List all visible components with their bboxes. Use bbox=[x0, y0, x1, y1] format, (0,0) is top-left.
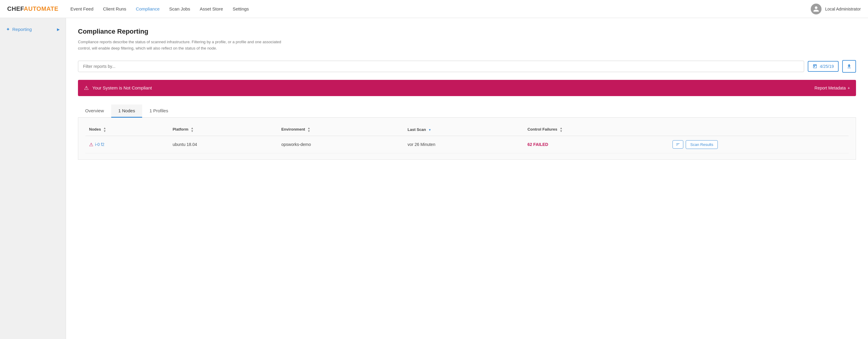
col-environment[interactable]: Environment ▲▼ bbox=[278, 124, 404, 136]
nav-event-feed[interactable]: Event Feed bbox=[70, 6, 94, 11]
node-name: i-0 f2 bbox=[95, 142, 104, 147]
nav-scan-jobs[interactable]: Scan Jobs bbox=[169, 6, 190, 11]
sort-platform-icon: ▲▼ bbox=[191, 127, 194, 133]
col-nodes[interactable]: Nodes ▲▼ bbox=[86, 124, 169, 136]
last-scan-value: vor 26 Minuten bbox=[407, 142, 435, 147]
calendar-icon bbox=[812, 64, 817, 69]
sort-environment-icon: ▲▼ bbox=[307, 127, 310, 133]
platform-value: ubuntu 18.04 bbox=[173, 142, 197, 147]
sort-last-scan-icon: ▼ bbox=[428, 129, 431, 132]
col-control-failures[interactable]: Control Failures ▲▼ bbox=[524, 124, 669, 136]
avatar bbox=[811, 4, 822, 15]
tab-profiles[interactable]: 1 Profiles bbox=[142, 105, 176, 118]
col-last-scan[interactable]: Last Scan ▼ bbox=[404, 124, 524, 136]
logo: CHEFAUTOMATE bbox=[7, 5, 59, 12]
col-platform[interactable]: Platform ▲▼ bbox=[169, 124, 278, 136]
control-failures-cell: 62 FAILED bbox=[524, 136, 669, 153]
compliance-banner: ⚠ Your System is Not Compliant Report Me… bbox=[78, 80, 856, 96]
filter-icon-button[interactable] bbox=[673, 140, 683, 149]
page-description: Compliance reports describe the status o… bbox=[78, 39, 288, 52]
chevron-right-icon: ▶ bbox=[57, 27, 60, 31]
col-actions bbox=[669, 124, 848, 136]
download-icon bbox=[846, 64, 852, 69]
logo-chef: CHEF bbox=[7, 5, 24, 12]
filter-icon bbox=[676, 142, 680, 146]
last-scan-cell: vor 26 Minuten bbox=[404, 136, 524, 153]
nav-client-runs[interactable]: Client Runs bbox=[103, 6, 126, 11]
top-nav: CHEFAUTOMATE Event Feed Client Runs Comp… bbox=[0, 0, 868, 18]
admin-name: Local Administrator bbox=[825, 7, 861, 11]
node-link[interactable]: ⚠ i-0 f2 bbox=[89, 142, 165, 147]
sort-nodes-icon: ▲▼ bbox=[103, 127, 106, 133]
tab-overview[interactable]: Overview bbox=[78, 105, 111, 118]
nav-links: Event Feed Client Runs Compliance Scan J… bbox=[70, 6, 811, 11]
sidebar-item-label: Reporting bbox=[12, 27, 32, 32]
main-content: Compliance Reporting Compliance reports … bbox=[66, 18, 868, 339]
logo-automate: AUTOMATE bbox=[24, 5, 58, 12]
action-buttons: Scan Results bbox=[673, 140, 845, 149]
sidebar-item-reporting[interactable]: ✦ Reporting ▶ bbox=[0, 23, 66, 36]
node-warning-icon: ⚠ bbox=[89, 142, 93, 147]
report-metadata-button[interactable]: Report Metadata + bbox=[815, 86, 850, 90]
sort-control-failures-icon: ▲▼ bbox=[559, 127, 562, 133]
tab-nodes[interactable]: 1 Nodes bbox=[111, 105, 143, 118]
platform-cell: ubuntu 18.04 bbox=[169, 136, 278, 153]
environment-cell: opsworks-demo bbox=[278, 136, 404, 153]
table-section: Nodes ▲▼ Platform ▲▼ Environment ▲▼ La bbox=[78, 118, 856, 160]
sidebar: ✦ Reporting ▶ bbox=[0, 18, 66, 339]
filter-row: 4/25/19 bbox=[78, 60, 856, 73]
filter-input[interactable] bbox=[78, 61, 804, 72]
failed-count: 62 FAILED bbox=[527, 142, 548, 147]
environment-value: opsworks-demo bbox=[281, 142, 311, 147]
date-button[interactable]: 4/25/19 bbox=[808, 61, 839, 72]
nav-compliance[interactable]: Compliance bbox=[136, 6, 159, 11]
tabs: Overview 1 Nodes 1 Profiles bbox=[78, 105, 856, 118]
node-cell: ⚠ i-0 f2 bbox=[86, 136, 169, 153]
nav-settings[interactable]: Settings bbox=[232, 6, 249, 11]
nodes-table: Nodes ▲▼ Platform ▲▼ Environment ▲▼ La bbox=[86, 124, 848, 153]
page-title: Compliance Reporting bbox=[78, 28, 856, 35]
download-button[interactable] bbox=[842, 60, 856, 73]
layout: ✦ Reporting ▶ Compliance Reporting Compl… bbox=[0, 18, 868, 339]
banner-text: Your System is Not Compliant bbox=[92, 85, 815, 90]
table-row: ⚠ i-0 f2 ubuntu 18.04 opsworks-demo bbox=[86, 136, 848, 153]
nav-right: Local Administrator bbox=[811, 4, 861, 15]
warning-icon: ⚠ bbox=[84, 85, 89, 91]
reporting-icon: ✦ bbox=[6, 26, 10, 32]
date-label: 4/25/19 bbox=[820, 64, 834, 69]
nav-asset-store[interactable]: Asset Store bbox=[200, 6, 223, 11]
actions-cell: Scan Results bbox=[669, 136, 848, 153]
scan-results-button[interactable]: Scan Results bbox=[686, 140, 718, 149]
